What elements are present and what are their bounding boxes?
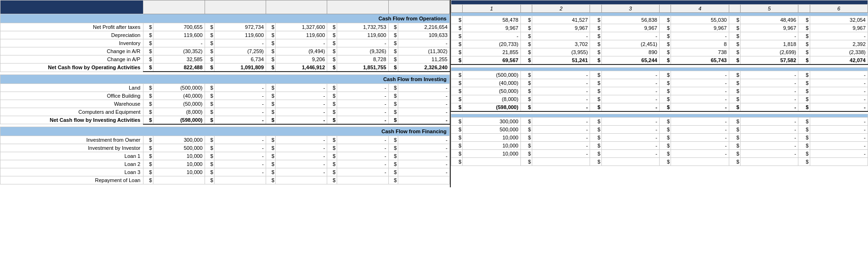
right-cell-value: - [810, 87, 868, 95]
dollar-sign: $ [205, 152, 214, 160]
right-cell-value: - [532, 142, 590, 150]
dollar-sign: $ [798, 16, 810, 24]
total-value: 1,091,809 [215, 64, 266, 72]
dollar-sign: $ [205, 55, 214, 64]
dollar-sign: $ [729, 48, 740, 56]
year-4-header [327, 0, 388, 14]
right-cell-value: - [671, 87, 729, 95]
row-label: Investment from Owner [0, 136, 143, 144]
dollar-sign: $ [451, 134, 463, 142]
right-total-value: 57,582 [741, 56, 798, 65]
dollar-sign: $ [798, 87, 810, 95]
dollar-sign: $ [729, 56, 740, 65]
row-label: Loan 1 [0, 152, 143, 160]
cell-value: 1,732,753 [337, 23, 388, 31]
dollar-sign: $ [590, 95, 601, 103]
cell-value: - [398, 100, 449, 108]
cell-value: - [337, 152, 388, 160]
right-cell-value: - [741, 32, 798, 40]
dollar-sign: $ [327, 47, 337, 55]
table-row: Investment by Investor$500,000$-$-$-$- [0, 144, 450, 152]
right-cell-value: (500,000) [463, 71, 520, 79]
dollar-sign: $ [205, 144, 214, 152]
dollar-sign: $ [729, 40, 740, 48]
cell-value: - [276, 108, 327, 116]
dollar-sign: $ [327, 144, 337, 152]
right-cell-value: - [741, 87, 798, 95]
dollar-sign: $ [798, 79, 810, 87]
row-label: Depreciation [0, 31, 143, 39]
cell-value: 10,000 [153, 152, 205, 160]
dollar-sign: $ [590, 16, 601, 24]
dollar-sign: $ [798, 126, 810, 134]
dollar-sign: $ [520, 56, 532, 65]
dollar-sign: $ [729, 87, 740, 95]
cell-value: 119,600 [153, 31, 205, 39]
right-table-row: $10,000$-$-$-$-$- [451, 150, 868, 158]
cell-value: (8,000) [153, 108, 205, 116]
table-row: Warehouse$(50,000)$-$-$-$- [0, 100, 450, 108]
table-row: Loan 3$10,000$-$-$-$- [0, 168, 450, 176]
row-label: Loan 3 [0, 168, 143, 176]
right-section: 123456 $58,478$41,527$56,838$55,030$48,4… [450, 0, 868, 187]
dollar-sign: $ [143, 176, 153, 184]
right-cell-value: 55,030 [671, 16, 729, 24]
right-cell-value: (3,955) [532, 48, 590, 56]
dollar-sign: $ [327, 64, 337, 72]
dollar-sign: $ [327, 92, 337, 100]
right-total-value: - [532, 103, 590, 111]
dollar-sign: $ [659, 40, 671, 48]
right-cell-value: - [671, 134, 729, 142]
right-cell-value: - [601, 126, 659, 134]
cell-value: 300,000 [153, 136, 205, 144]
right-cell-value: - [741, 95, 798, 103]
right-cell-value: - [810, 142, 868, 150]
dollar-sign: $ [143, 160, 153, 168]
cell-value [337, 176, 388, 184]
cell-value: 10,000 [153, 160, 205, 168]
right-table-row: $-$-$-$-$-$- [451, 32, 868, 40]
right-table-row: $300,000$-$-$-$-$- [451, 118, 868, 126]
right-sub-header-ds-5 [798, 5, 810, 13]
dollar-sign: $ [798, 24, 810, 32]
table-row: Loan 1$10,000$-$-$-$- [0, 152, 450, 160]
dollar-sign: $ [729, 158, 740, 166]
dollar-sign: $ [659, 95, 671, 103]
right-total-value: 51,241 [532, 56, 590, 65]
cell-value: - [337, 83, 388, 92]
dollar-sign: $ [729, 150, 740, 158]
cell-value: 109,633 [398, 31, 449, 39]
right-cell-value: 9,967 [741, 24, 798, 32]
dollar-sign: $ [388, 100, 398, 108]
right-cell-value: 10,000 [463, 142, 520, 150]
cell-value: - [215, 136, 266, 144]
dollar-sign: $ [520, 95, 532, 103]
dollar-sign: $ [143, 55, 153, 64]
cell-value [276, 176, 327, 184]
right-table: 123456 $58,478$41,527$56,838$55,030$48,4… [451, 0, 868, 169]
dollar-sign: $ [388, 108, 398, 116]
right-table-row: $21,855$(3,955)$890$738$(2,699)$(2,338) [451, 48, 868, 56]
dollar-sign: $ [143, 108, 153, 116]
dollar-sign: $ [205, 100, 214, 108]
right-section-header-2 [451, 114, 868, 118]
dollar-sign: $ [729, 79, 740, 87]
right-sub-header-ds-3 [659, 5, 671, 13]
right-year1-header [451, 0, 868, 5]
dollar-sign: $ [590, 158, 601, 166]
cell-value: (9,494) [276, 47, 327, 55]
right-cell-value: - [532, 71, 590, 79]
right-total-value: 42,074 [810, 56, 868, 65]
table-row: Repayment of Loan$$$$$ [0, 176, 450, 184]
right-cell-value: 56,838 [601, 16, 659, 24]
dollar-sign: $ [388, 152, 398, 160]
dollar-sign: $ [451, 150, 463, 158]
section-header-0: Cash Flow from Operations [0, 14, 450, 23]
dollar-sign: $ [590, 32, 601, 40]
dollar-sign: $ [266, 92, 276, 100]
right-cell-value: - [671, 150, 729, 158]
dollar-sign: $ [388, 160, 398, 168]
year-1-header [143, 0, 205, 14]
dollar-sign: $ [798, 71, 810, 79]
total-label: Net Cash flow by Investing Activities [0, 116, 143, 124]
